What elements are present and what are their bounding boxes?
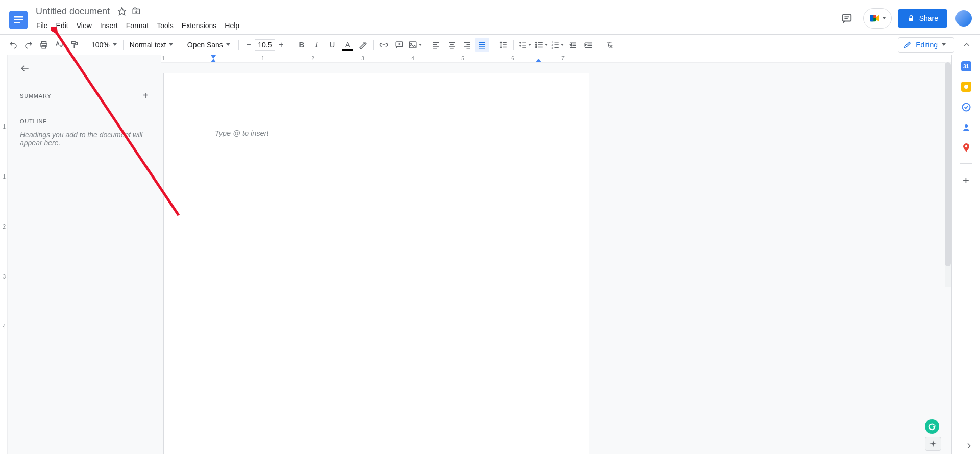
svg-point-70 (965, 145, 967, 148)
svg-rect-6 (842, 15, 851, 21)
paint-format-button[interactable] (67, 38, 82, 52)
style-value: Normal text (130, 41, 166, 49)
vertical-ruler[interactable]: 1 1 2 3 4 (0, 55, 8, 454)
account-avatar[interactable] (955, 10, 972, 27)
add-comment-button[interactable] (392, 38, 406, 52)
show-side-panel-button[interactable] (965, 442, 973, 450)
mode-label: Editing (916, 41, 938, 49)
maps-icon[interactable] (961, 143, 971, 153)
svg-rect-10 (870, 15, 873, 22)
caret-down-icon (561, 44, 564, 46)
align-right-button[interactable] (460, 38, 474, 52)
insert-link-button[interactable] (377, 38, 391, 52)
font-size-input[interactable] (255, 39, 275, 51)
highlight-button[interactable] (356, 38, 370, 52)
svg-marker-4 (118, 8, 126, 15)
right-indent-icon[interactable] (536, 59, 541, 62)
menu-extensions[interactable]: Extensions (178, 19, 220, 32)
undo-button[interactable] (6, 38, 20, 52)
menu-format[interactable]: Format (122, 19, 152, 32)
add-summary-button[interactable]: + (142, 90, 149, 102)
document-page[interactable]: Type @ to insert (163, 73, 589, 454)
svg-rect-3 (14, 22, 20, 23)
svg-point-67 (964, 85, 968, 89)
comment-history-icon[interactable] (837, 8, 857, 29)
document-title[interactable]: Untitled document (33, 5, 113, 18)
svg-point-45 (535, 42, 536, 43)
svg-point-69 (965, 124, 968, 128)
bulleted-list-button[interactable] (533, 38, 549, 52)
lock-icon (907, 14, 915, 22)
font-value: Open Sans (187, 41, 223, 49)
menu-insert[interactable]: Insert (96, 19, 121, 32)
first-line-indent-icon[interactable] (211, 55, 216, 59)
text-color-button[interactable]: A (340, 38, 355, 52)
font-select[interactable]: Open Sans (184, 39, 235, 51)
meet-button[interactable] (863, 8, 892, 29)
caret-down-icon (942, 43, 946, 46)
align-left-button[interactable] (429, 38, 444, 52)
calendar-icon[interactable]: 31 (961, 61, 971, 71)
increase-indent-button[interactable] (581, 38, 596, 52)
title-area: Untitled document File Edit View Insert … (33, 4, 837, 32)
menu-help[interactable]: Help (221, 19, 243, 32)
numbered-list-button[interactable]: 123 (550, 38, 565, 52)
hide-menus-button[interactable] (960, 38, 974, 52)
get-addons-button[interactable]: + (963, 174, 969, 187)
contacts-icon[interactable] (961, 122, 971, 133)
align-center-button[interactable] (445, 38, 459, 52)
spellcheck-button[interactable] (52, 38, 66, 52)
tasks-icon[interactable] (961, 102, 971, 112)
underline-button[interactable]: U (325, 38, 339, 52)
star-icon[interactable] (117, 6, 127, 16)
menu-view[interactable]: View (73, 19, 95, 32)
header-right: Share (837, 8, 972, 29)
docs-logo-icon (9, 11, 28, 29)
pencil-icon (903, 41, 912, 49)
move-icon[interactable] (131, 6, 141, 16)
insert-image-button[interactable] (407, 38, 423, 52)
menu-bar: File Edit View Insert Format Tools Exten… (33, 19, 837, 32)
italic-button[interactable]: I (310, 38, 324, 52)
caret-down-icon (169, 43, 173, 46)
print-button[interactable] (37, 38, 51, 52)
explore-button[interactable] (925, 437, 941, 451)
keep-icon[interactable] (961, 82, 971, 92)
clear-formatting-button[interactable] (602, 38, 617, 52)
horizontal-ruler[interactable]: 1 1 2 3 4 5 6 7 (161, 55, 951, 63)
font-size-decrease[interactable]: − (242, 39, 255, 51)
caret-down-icon (226, 43, 230, 46)
zoom-value: 100% (91, 41, 110, 49)
svg-rect-1 (14, 16, 23, 18)
align-justify-button[interactable] (475, 38, 489, 52)
style-select[interactable]: Normal text (127, 39, 178, 51)
caret-down-icon (419, 44, 422, 46)
svg-rect-21 (409, 42, 416, 48)
vertical-scrollbar[interactable] (945, 62, 951, 287)
bold-button[interactable]: B (295, 38, 309, 52)
redo-button[interactable] (21, 38, 36, 52)
font-size-increase[interactable]: + (275, 39, 287, 51)
svg-point-22 (411, 43, 412, 44)
summary-label: SUMMARY (20, 93, 52, 99)
menu-file[interactable]: File (33, 19, 52, 32)
mode-button[interactable]: Editing (898, 37, 954, 53)
left-indent-icon[interactable] (211, 59, 216, 62)
zoom-select[interactable]: 100% (88, 39, 120, 51)
line-spacing-button[interactable] (496, 38, 510, 52)
menu-edit[interactable]: Edit (53, 19, 72, 32)
docs-logo[interactable] (8, 6, 29, 34)
checklist-button[interactable] (517, 38, 532, 52)
svg-rect-2 (14, 19, 23, 21)
caret-down-icon (113, 43, 117, 46)
share-button[interactable]: Share (898, 9, 947, 28)
meet-icon (869, 14, 880, 23)
close-outline-button[interactable] (20, 63, 30, 73)
grammarly-icon[interactable] (925, 419, 939, 434)
outline-sidebar: SUMMARY + OUTLINE Headings you add to th… (8, 55, 161, 454)
outline-hint: Headings you add to the document will ap… (20, 131, 149, 147)
decrease-indent-button[interactable] (566, 38, 580, 52)
svg-marker-71 (929, 440, 936, 447)
menu-tools[interactable]: Tools (153, 19, 177, 32)
svg-rect-12 (873, 15, 876, 18)
